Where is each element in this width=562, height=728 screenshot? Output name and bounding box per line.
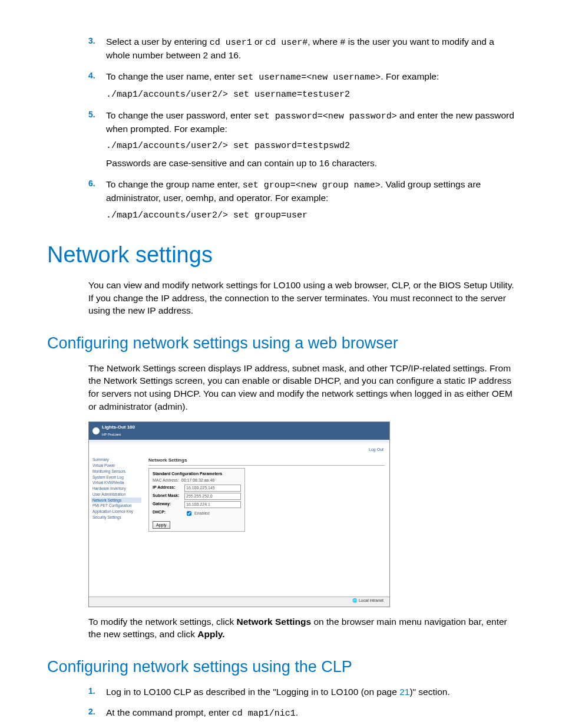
step-note: Passwords are case-sensitive and can con… xyxy=(106,157,515,170)
step-number: 6. xyxy=(88,178,95,190)
heading-config-web: Configuring network settings using a web… xyxy=(47,332,515,355)
step-code-example: ./map1/accounts/user2/> set username=tes… xyxy=(106,88,515,101)
embedded-screenshot: Lights-Out 100 HP ProLiant Log Out Summa… xyxy=(88,421,390,607)
step-number: 4. xyxy=(88,70,95,82)
ss-row-label: IP Address: xyxy=(153,485,182,492)
ss-nav-item[interactable]: Network Settings xyxy=(91,498,141,503)
step-item: 5.To change the user password, enter set… xyxy=(88,109,515,170)
ss-mac-value: 00:17:08:32:aa:48 xyxy=(181,477,214,483)
page-reference-link[interactable]: 21 xyxy=(399,687,409,697)
ss-dhcp-value: Enabled xyxy=(194,510,210,515)
steps-list-clp: 1.Log in to LO100 CLP as described in th… xyxy=(88,686,515,720)
step-item: 2.At the command prompt, enter cd map1/n… xyxy=(88,706,515,720)
ss-dhcp-label: DHCP: xyxy=(153,509,182,518)
step-code-example: ./map1/accounts/user2/> set group=user xyxy=(106,209,515,222)
ss-apply-button[interactable]: Apply xyxy=(153,521,170,529)
ss-nav-item[interactable]: Virtual KVM/Media xyxy=(91,480,141,486)
ss-nav-item[interactable]: Summary xyxy=(91,457,141,463)
ss-dhcp-checkbox[interactable] xyxy=(187,511,191,516)
step-number: 1. xyxy=(88,686,95,697)
ss-status-bar: 🌐 Local intranet xyxy=(89,597,389,607)
step-number: 2. xyxy=(88,706,95,718)
ss-row-input[interactable]: 16.100.224.1 xyxy=(184,501,241,508)
ss-nav: SummaryVirtual PowerMonitoring SensorsSy… xyxy=(89,454,144,590)
after-shot-pre: To modify the network settings, click xyxy=(88,617,237,627)
intro-text: You can view and modify network settings… xyxy=(88,279,515,317)
ss-mac-label: MAC Address: xyxy=(153,477,179,483)
ss-nav-item[interactable]: PMI PET Configuration xyxy=(91,503,141,509)
step-item: 4.To change the user name, enter set use… xyxy=(88,70,515,101)
ss-config-row: IP Address:16.100.225.145 xyxy=(153,485,241,492)
ss-product: Lights-Out 100 xyxy=(102,424,135,430)
ss-gradient-bar xyxy=(89,440,389,444)
step-item: 6.To change the group name enter, set gr… xyxy=(88,178,515,222)
ss-nav-item[interactable]: Hardware Inventory xyxy=(91,486,141,492)
ss-nav-item[interactable]: Monitoring Sensors xyxy=(91,469,141,475)
ss-subproduct: HP ProLiant xyxy=(102,433,121,436)
ss-row-label: Gateway: xyxy=(153,501,182,508)
ss-nav-item[interactable]: Application Licence Key xyxy=(91,509,141,515)
after-shot-bold1: Network Settings xyxy=(237,617,312,627)
step-number: 3. xyxy=(88,35,95,47)
ss-main: Network Settings Standard Configuration … xyxy=(144,454,389,590)
ss-config-box: Standard Configuration Parameters MAC Ad… xyxy=(148,468,245,532)
ss-nav-item[interactable]: Security Settings xyxy=(91,515,141,521)
ss-dhcp-row: DHCP: Enabled xyxy=(153,509,241,518)
intro-paragraph: You can view and modify network settings… xyxy=(88,279,515,317)
globe-icon: 🌐 xyxy=(352,598,358,602)
ss-row-input[interactable]: 16.100.225.145 xyxy=(184,485,241,492)
step-item: 3.Select a user by entering cd user1 or … xyxy=(88,35,515,62)
step-number: 5. xyxy=(88,109,95,121)
ss-config-row: Gateway:16.100.224.1 xyxy=(153,501,241,508)
ss-logout-link[interactable]: Log Out xyxy=(89,444,389,455)
ss-mac-row: MAC Address: 00:17:08:32:aa:48 xyxy=(153,477,241,483)
hp-logo-icon xyxy=(92,427,100,434)
ss-box-header: Standard Configuration Parameters xyxy=(153,471,241,477)
para-config-web: The Network Settings screen displays IP … xyxy=(88,362,515,413)
after-shot-bold2: Apply. xyxy=(197,629,224,639)
ss-header: Lights-Out 100 HP ProLiant xyxy=(89,422,389,440)
ss-nav-item[interactable]: System Event Log xyxy=(91,475,141,480)
ss-nav-item[interactable]: Virtual Power xyxy=(91,463,141,469)
step-item: 1.Log in to LO100 CLP as described in th… xyxy=(88,686,515,699)
heading-config-clp: Configuring network settings using the C… xyxy=(47,656,515,678)
para-after-screenshot: To modify the network settings, click Ne… xyxy=(88,615,515,641)
heading-network-settings: Network settings xyxy=(47,239,515,271)
ss-nav-item[interactable]: User Administration xyxy=(91,492,141,498)
para-config-web-text: The Network Settings screen displays IP … xyxy=(88,362,515,413)
steps-list-top: 3.Select a user by entering cd user1 or … xyxy=(88,35,515,222)
step-code-example: ./map1/accounts/user2/> set password=tes… xyxy=(106,140,515,152)
ss-row-input[interactable]: 255.255.252.0 xyxy=(184,493,241,500)
ss-panel-title: Network Settings xyxy=(148,457,385,465)
ss-row-label: Subnet Mask: xyxy=(153,493,182,500)
ss-status-text: Local intranet xyxy=(359,598,384,602)
ss-config-row: Subnet Mask:255.255.252.0 xyxy=(153,493,241,500)
